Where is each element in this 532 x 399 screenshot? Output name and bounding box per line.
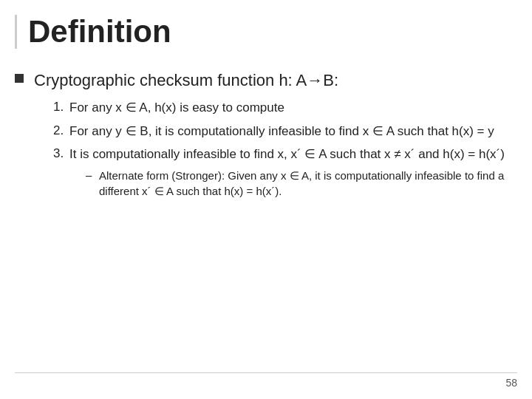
sub-list: – Alternate form (Stronger): Given any x… (86, 168, 510, 199)
sub-item-dash: – (86, 168, 99, 181)
list-item: 3. It is computationally infeasible to f… (53, 146, 510, 202)
bottom-divider (15, 372, 517, 373)
sub-item-text-1: Alternate form (Stronger): Given any x ∈… (99, 168, 510, 199)
item-text-3: It is computationally infeasible to find… (69, 147, 505, 161)
list-item: 2. For any y ∈ B, it is computationally … (53, 123, 510, 140)
slide-container: Definition Cryptographic checksum functi… (0, 0, 532, 399)
bullet-square-icon (15, 74, 24, 83)
numbered-list: 1. For any x ∈ A, h(x) is easy to comput… (53, 99, 510, 202)
main-point-text: Cryptographic checksum function h: A→B: (34, 69, 510, 92)
main-content-section: Cryptographic checksum function h: A→B: … (15, 69, 510, 208)
item-number-3: 3. (53, 146, 69, 161)
list-item: 1. For any x ∈ A, h(x) is easy to comput… (53, 99, 510, 117)
item-number-2: 2. (53, 123, 69, 138)
item-text-2: For any y ∈ B, it is computationally inf… (69, 123, 494, 140)
item-number-1: 1. (53, 100, 69, 115)
item-text-1: For any x ∈ A, h(x) is easy to compute (69, 99, 284, 117)
page-number: 58 (505, 377, 517, 389)
title-section: Definition (15, 15, 510, 49)
sub-list-item: – Alternate form (Stronger): Given any x… (86, 168, 510, 199)
slide-title: Definition (28, 15, 510, 49)
